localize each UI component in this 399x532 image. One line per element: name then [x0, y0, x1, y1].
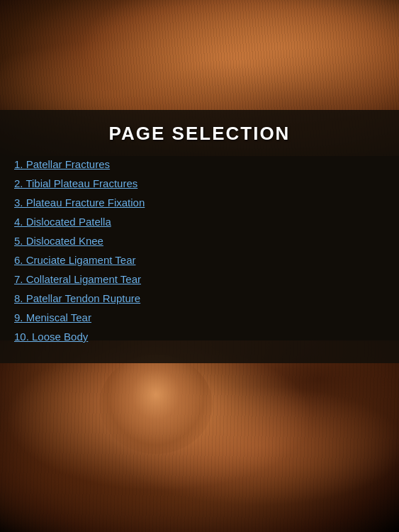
- menu-item: 4. Dislocated Patella: [14, 214, 385, 231]
- menu-item: 10. Loose Body: [14, 328, 385, 345]
- menu-list: 1. Patellar Fractures2. Tibial Plateau F…: [14, 156, 385, 345]
- menu-item: 9. Meniscal Tear: [14, 309, 385, 326]
- menu-item: 3. Plateau Fracture Fixation: [14, 194, 385, 211]
- page-wrapper: PAGE SELECTION 1. Patellar Fractures2. T…: [0, 0, 399, 532]
- menu-link-10[interactable]: 10. Loose Body: [14, 328, 385, 345]
- menu-link-9[interactable]: 9. Meniscal Tear: [14, 309, 385, 326]
- menu-link-3[interactable]: 3. Plateau Fracture Fixation: [14, 194, 385, 211]
- menu-link-5[interactable]: 5. Dislocated Knee: [14, 233, 385, 250]
- menu-link-8[interactable]: 8. Patellar Tendon Rupture: [14, 290, 385, 307]
- menu-item: 2. Tibial Plateau Fractures: [14, 175, 385, 192]
- menu-link-7[interactable]: 7. Collateral Ligament Tear: [14, 271, 385, 288]
- menu-link-2[interactable]: 2. Tibial Plateau Fractures: [14, 175, 385, 192]
- menu-item: 7. Collateral Ligament Tear: [14, 271, 385, 288]
- menu-link-6[interactable]: 6. Cruciate Ligament Tear: [14, 252, 385, 269]
- menu-item: 8. Patellar Tendon Rupture: [14, 290, 385, 307]
- menu-item: 5. Dislocated Knee: [14, 233, 385, 250]
- menu-link-4[interactable]: 4. Dislocated Patella: [14, 214, 385, 231]
- bottom-overlay: [0, 340, 399, 532]
- menu-link-1[interactable]: 1. Patellar Fractures: [14, 156, 385, 173]
- menu-panel: PAGE SELECTION 1. Patellar Fractures2. T…: [0, 110, 399, 363]
- bottom-anatomy-image: [0, 340, 399, 532]
- menu-item: 6. Cruciate Ligament Tear: [14, 252, 385, 269]
- page-title: PAGE SELECTION: [14, 123, 385, 145]
- menu-item: 1. Patellar Fractures: [14, 156, 385, 173]
